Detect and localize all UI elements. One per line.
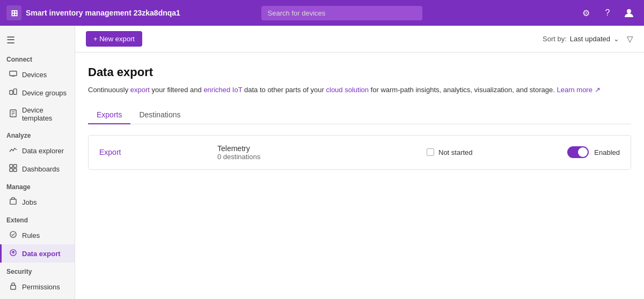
export-list: Export Telemetry 0 destinations Not star… xyxy=(88,135,631,170)
sidebar-label-jobs: Jobs xyxy=(22,198,36,206)
data-export-icon xyxy=(8,249,18,258)
sort-by-control: Sort by: Last updated ⌄ ▽ xyxy=(543,34,633,44)
enabled-toggle[interactable] xyxy=(567,146,589,158)
sidebar-item-permissions[interactable]: Permissions xyxy=(0,278,75,296)
sidebar-item-data-export[interactable]: Data export xyxy=(0,244,75,263)
sidebar-item-rules[interactable]: Rules xyxy=(0,226,75,244)
topbar: ⊞ Smart inventory management 23zka8dnqa1… xyxy=(0,0,644,26)
sidebar-label-devices: Devices xyxy=(22,71,47,79)
svg-rect-11 xyxy=(9,168,12,171)
sidebar-label-permissions: Permissions xyxy=(22,283,60,291)
sidebar-label-rules: Rules xyxy=(22,231,40,240)
svg-rect-2 xyxy=(11,76,14,76)
svg-rect-16 xyxy=(10,286,15,290)
sidebar-label-dashboards: Dashboards xyxy=(22,165,60,173)
tab-destinations[interactable]: Destinations xyxy=(130,106,189,124)
page-title: Data export xyxy=(88,65,631,79)
export-telemetry-cell: Telemetry 0 destinations xyxy=(217,144,416,161)
toolbar: + New export Sort by: Last updated ⌄ ▽ xyxy=(75,26,644,53)
sidebar: ☰ Connect Devices Device groups Device t… xyxy=(0,26,75,299)
layout: ☰ Connect Devices Device groups Device t… xyxy=(0,26,644,299)
svg-rect-12 xyxy=(13,168,17,171)
sidebar-item-jobs[interactable]: Jobs xyxy=(0,193,75,211)
section-security: Security xyxy=(0,263,75,278)
learn-more-link[interactable]: Learn more ↗ xyxy=(557,86,600,94)
dashboards-icon xyxy=(8,164,18,174)
app-title: Smart inventory management 23zka8dnqa1 xyxy=(26,9,180,17)
svg-rect-13 xyxy=(10,199,16,204)
svg-rect-3 xyxy=(9,91,12,95)
svg-rect-1 xyxy=(9,71,16,76)
search-input[interactable] xyxy=(261,6,422,20)
tab-exports[interactable]: Exports xyxy=(88,106,130,124)
enriched-iot-link[interactable]: enriched IoT xyxy=(203,86,242,94)
app-logo: ⊞ Smart inventory management 23zka8dnqa1 xyxy=(6,5,180,20)
permissions-icon xyxy=(8,282,18,291)
jobs-icon xyxy=(8,197,18,207)
destinations-count: 0 destinations xyxy=(217,153,416,161)
settings-icon[interactable]: ⚙ xyxy=(577,4,595,21)
help-icon[interactable]: ? xyxy=(599,4,616,21)
cloud-solution-link[interactable]: cloud solution xyxy=(326,86,369,94)
tabs: Exports Destinations xyxy=(88,106,631,124)
telemetry-label: Telemetry xyxy=(217,144,416,153)
main-content: + New export Sort by: Last updated ⌄ ▽ D… xyxy=(75,26,644,299)
hamburger-icon[interactable]: ☰ xyxy=(0,30,75,50)
sidebar-label-data-explorer: Data explorer xyxy=(22,147,64,155)
sort-chevron-icon[interactable]: ⌄ xyxy=(613,35,619,43)
user-icon[interactable] xyxy=(620,4,638,21)
device-templates-icon xyxy=(8,109,18,119)
new-export-label: + New export xyxy=(93,35,135,43)
svg-rect-9 xyxy=(9,165,12,168)
search-container xyxy=(261,6,422,20)
device-groups-icon xyxy=(8,88,18,98)
export-status-cell: Not started xyxy=(427,148,523,156)
section-analyze: Analyze xyxy=(0,126,75,141)
sidebar-item-dashboards[interactable]: Dashboards xyxy=(0,160,75,178)
sidebar-item-device-groups[interactable]: Device groups xyxy=(0,84,75,102)
enabled-label: Enabled xyxy=(594,148,620,156)
sidebar-label-data-export: Data export xyxy=(22,250,61,258)
sidebar-label-device-templates: Device templates xyxy=(22,106,68,122)
sidebar-item-devices[interactable]: Devices xyxy=(0,65,75,84)
devices-icon xyxy=(8,70,18,79)
export-link[interactable]: export xyxy=(130,86,150,94)
table-row: Export Telemetry 0 destinations Not star… xyxy=(89,136,631,169)
sort-value[interactable]: Last updated xyxy=(570,35,610,43)
export-name-cell: Export xyxy=(99,148,207,156)
page-description: Continuously export your filtered and en… xyxy=(88,85,631,95)
section-connect: Connect xyxy=(0,50,75,65)
svg-point-0 xyxy=(627,9,631,13)
section-extend: Extend xyxy=(0,211,75,226)
logo-icon: ⊞ xyxy=(6,5,21,20)
topbar-icons: ⚙ ? xyxy=(577,4,638,21)
sidebar-item-device-templates[interactable]: Device templates xyxy=(0,102,75,126)
new-export-button[interactable]: + New export xyxy=(86,31,142,47)
status-checkbox[interactable] xyxy=(427,148,434,156)
page-content: Data export Continuously export your fil… xyxy=(75,53,644,299)
svg-rect-10 xyxy=(13,165,17,168)
data-explorer-icon xyxy=(8,146,18,155)
export-name-link[interactable]: Export xyxy=(99,148,121,156)
filter-icon[interactable]: ▽ xyxy=(627,34,633,44)
section-manage: Manage xyxy=(0,178,75,193)
status-label: Not started xyxy=(438,148,473,156)
svg-rect-4 xyxy=(13,89,17,94)
export-toggle-cell: Enabled xyxy=(534,146,620,158)
sort-prefix: Sort by: xyxy=(543,35,567,43)
sidebar-item-data-explorer[interactable]: Data explorer xyxy=(0,141,75,160)
rules-icon xyxy=(8,230,18,240)
section-settings: Settings xyxy=(0,296,75,299)
sidebar-label-device-groups: Device groups xyxy=(22,89,67,97)
